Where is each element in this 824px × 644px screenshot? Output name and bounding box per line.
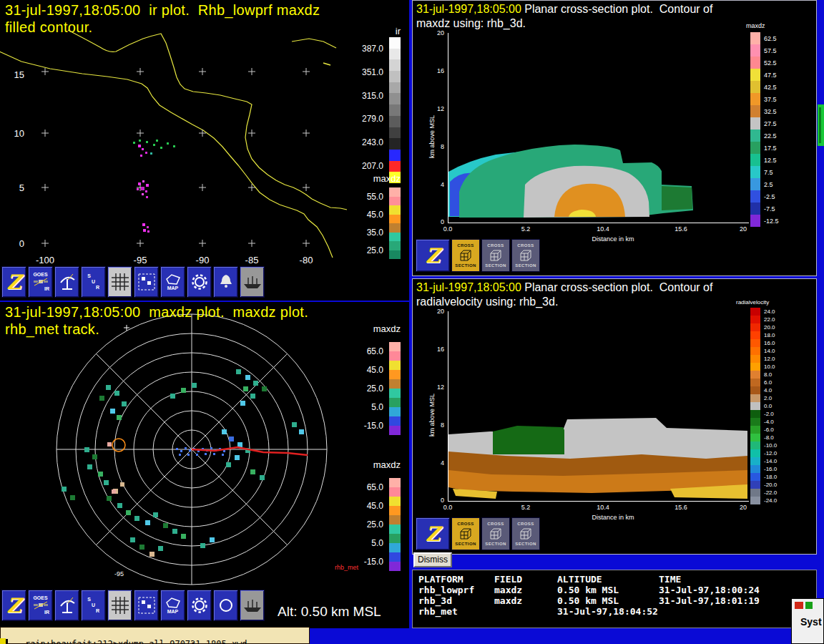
red-indicator[interactable] bbox=[795, 602, 803, 609]
colorbar-segment bbox=[389, 398, 401, 407]
x-tick: 0.0 bbox=[439, 225, 456, 233]
lat-tick-0: 0 bbox=[6, 238, 24, 249]
zebra-menu-button[interactable]: Z bbox=[416, 239, 450, 272]
xsec1-y-axis-label: km above MSL bbox=[428, 115, 436, 158]
colorbar-segment bbox=[750, 105, 760, 117]
colorbar-segment bbox=[389, 497, 401, 506]
bounds-button[interactable] bbox=[134, 266, 159, 298]
lon-tick-100: -100 bbox=[31, 255, 59, 265]
alert-button[interactable] bbox=[213, 266, 238, 298]
settings-button[interactable] bbox=[187, 266, 212, 298]
colorbar-segment bbox=[389, 127, 401, 139]
colorbar-segment bbox=[750, 215, 760, 227]
settings-button[interactable] bbox=[187, 590, 212, 621]
tick-label: 18.0 bbox=[762, 331, 793, 339]
tick-label: 27.5 bbox=[762, 117, 793, 130]
cross-section-button-2[interactable]: CROSS SECTION bbox=[481, 517, 510, 550]
cross-section-button-3[interactable]: CROSS SECTION bbox=[511, 517, 540, 550]
colorbar-segment bbox=[389, 241, 401, 250]
ship-button[interactable] bbox=[240, 266, 265, 298]
lat-tick-10: 10 bbox=[6, 128, 24, 139]
colorbar-segment bbox=[750, 308, 760, 316]
data-point bbox=[153, 144, 155, 146]
cell-platform: rhb_lowprf bbox=[418, 585, 494, 595]
goes-ir-button[interactable]: GOES IR bbox=[28, 266, 53, 298]
colorbar-segment bbox=[750, 457, 760, 465]
colorbar-segment bbox=[389, 379, 401, 389]
colorbar-segment bbox=[750, 331, 760, 339]
cross-section-button-2[interactable]: CROSS SECTION bbox=[481, 239, 510, 272]
colorbar-segment bbox=[389, 150, 401, 161]
radar-panel-title-line1: 31-jul-1997,18:05:00 maxdz plot. maxdz p… bbox=[5, 304, 308, 321]
grid-button[interactable] bbox=[107, 590, 132, 621]
xsec1-colorbar-label: maxdz bbox=[746, 22, 765, 29]
colorbar-segment bbox=[750, 386, 760, 394]
green-indicator[interactable] bbox=[805, 602, 813, 609]
sur-letter-u: U bbox=[92, 602, 95, 608]
map-overlay-button[interactable]: MAP bbox=[160, 266, 185, 298]
ir-colorbar-label: ir bbox=[372, 26, 401, 36]
tick-label: 5.0 bbox=[345, 534, 386, 552]
cross-section-button-1[interactable]: CROSS SECTION bbox=[451, 239, 480, 272]
colorbar-segment bbox=[750, 355, 760, 363]
xsec1-title-line1: 31-jul-1997,18:05:00 Planar cross-sectio… bbox=[416, 3, 712, 16]
colorbar-segment bbox=[389, 49, 401, 60]
bounds-button[interactable] bbox=[134, 590, 159, 621]
zebra-menu-button[interactable]: Z bbox=[1, 590, 26, 621]
colorbar-segment bbox=[750, 441, 760, 449]
colorbar-segment bbox=[389, 223, 401, 233]
y-tick: 0 bbox=[433, 497, 444, 504]
radar-dish-button[interactable] bbox=[54, 266, 79, 298]
colorbar-segment bbox=[389, 487, 401, 497]
goes-ir-button[interactable]: GOES IR bbox=[28, 590, 53, 621]
terminal-window[interactable]: rain:beaufait:212>xdump.all 970731.1805.… bbox=[0, 627, 310, 644]
y-tick: 16 bbox=[433, 67, 444, 74]
tick-label: 37.5 bbox=[762, 93, 793, 105]
tick-label: 243.0 bbox=[346, 131, 386, 155]
tick-label: 65.0 bbox=[345, 342, 386, 361]
colorbar-segment bbox=[389, 389, 401, 398]
zebra-menu-button[interactable]: Z bbox=[1, 266, 26, 298]
cross-section-button-3[interactable]: CROSS SECTION bbox=[511, 239, 540, 272]
data-point bbox=[143, 229, 146, 232]
radar-dish-icon bbox=[58, 272, 77, 292]
y-tick: 20 bbox=[433, 308, 444, 315]
colorbar-segment bbox=[389, 525, 401, 534]
cross-section-button-1[interactable]: CROSS SECTION bbox=[451, 517, 480, 550]
background-window-fragment bbox=[0, 638, 6, 644]
ship-button[interactable] bbox=[240, 590, 265, 621]
zebra-menu-button[interactable]: Z bbox=[416, 517, 450, 550]
colorbar-segment bbox=[750, 339, 760, 347]
tick-label: 35.0 bbox=[346, 223, 386, 241]
colorbar-segment bbox=[389, 506, 401, 515]
data-point bbox=[138, 182, 141, 185]
grid-button[interactable] bbox=[107, 266, 132, 298]
tick-label: 25.0 bbox=[345, 379, 386, 398]
xsec1-colorbar bbox=[750, 32, 760, 227]
colorbar-segment bbox=[750, 449, 760, 457]
map-outline-icon bbox=[165, 273, 182, 286]
colorbar-segment bbox=[750, 69, 760, 81]
colorbar-segment bbox=[750, 44, 760, 57]
radar-dish-button[interactable] bbox=[54, 590, 79, 621]
section-label: SECTION bbox=[485, 542, 506, 546]
colorbar-segment bbox=[750, 489, 760, 497]
dismiss-button[interactable]: Dismiss bbox=[413, 552, 452, 567]
colorbar-segment bbox=[750, 203, 760, 215]
cell-altitude: 0.50 km MSL bbox=[557, 595, 659, 606]
surface-button[interactable]: S U R bbox=[81, 266, 106, 298]
rhb-met-track-label: rhb_met bbox=[335, 564, 358, 571]
radialvelocity-cross-section-panel: 31-jul-1997,18:05:00 Planar cross-sectio… bbox=[412, 278, 817, 555]
tick-label: 24.0 bbox=[762, 308, 793, 316]
cell-altitude: 0.50 km MSL bbox=[557, 585, 659, 595]
data-point bbox=[147, 226, 149, 228]
colorbar-segment bbox=[389, 205, 401, 215]
radar-colorbar1-label: maxdz bbox=[356, 323, 401, 334]
tick-label: 12.0 bbox=[762, 355, 793, 363]
data-point bbox=[133, 142, 135, 144]
radar-colorbar1 bbox=[389, 342, 401, 435]
circle-tool-button[interactable] bbox=[213, 590, 238, 621]
map-overlay-button[interactable]: MAP bbox=[160, 590, 185, 621]
col-field: FIELD bbox=[494, 574, 557, 585]
surface-button[interactable]: S U R bbox=[81, 590, 106, 621]
